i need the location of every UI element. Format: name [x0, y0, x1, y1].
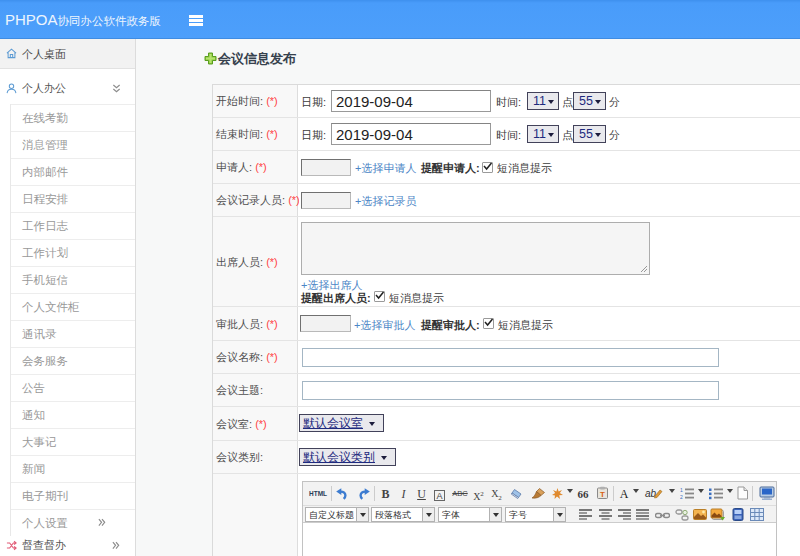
svg-text:2: 2	[680, 494, 683, 500]
svg-text:1: 1	[680, 487, 683, 493]
svg-text:T: T	[600, 490, 605, 499]
